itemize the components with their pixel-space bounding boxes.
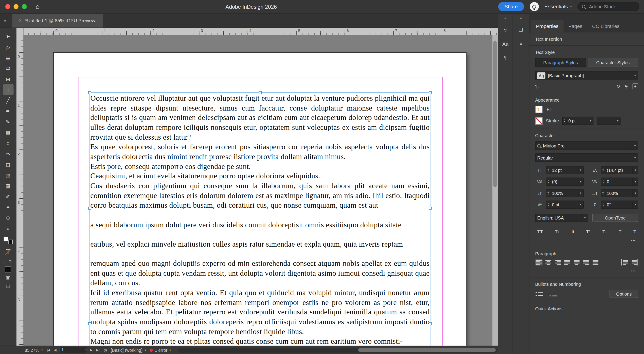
clear-overrides-icon[interactable]: ¶ bbox=[625, 84, 628, 89]
redefine-style-icon[interactable]: ↻ bbox=[616, 84, 620, 89]
line-tool[interactable]: ╱ bbox=[3, 95, 14, 106]
bulleted-list-icon[interactable] bbox=[535, 291, 544, 297]
paragraph-styles-button[interactable]: Paragraph Styles bbox=[535, 58, 586, 67]
gap-tool[interactable]: ⇄ bbox=[3, 63, 14, 74]
align-away-spine-button[interactable] bbox=[631, 259, 638, 266]
note-tool[interactable]: ✐ bbox=[3, 191, 14, 202]
color-theme-tool[interactable]: ✦ bbox=[3, 202, 14, 213]
stroke-type-dropdown[interactable]: ▾ bbox=[596, 117, 620, 125]
frame-handle[interactable] bbox=[429, 91, 432, 94]
type-tool[interactable]: T bbox=[3, 84, 14, 95]
minimize-window-button[interactable] bbox=[14, 4, 18, 9]
character-styles-button[interactable]: Character Styles bbox=[588, 58, 638, 67]
align-center-button[interactable] bbox=[545, 259, 552, 266]
stock-search-input[interactable] bbox=[588, 4, 629, 10]
justify-last-right-button[interactable] bbox=[582, 259, 590, 266]
collapse-dock-icon[interactable]: « bbox=[504, 16, 506, 20]
more-character-options-icon[interactable]: ••• bbox=[628, 238, 638, 243]
gradient-swatch-tool[interactable]: ▧ bbox=[3, 170, 14, 181]
selection-tool[interactable]: ➤ bbox=[3, 31, 14, 42]
text-fill-none-icon[interactable]: T bbox=[3, 247, 13, 257]
document-page[interactable]: Occuscie ntiorero vel illuptatur aut que… bbox=[54, 52, 467, 346]
learn-bulb-icon[interactable] bbox=[530, 2, 538, 11]
opentype-button[interactable]: OpenType bbox=[592, 214, 638, 222]
rectangle-frame-tool[interactable]: ⊠ bbox=[3, 127, 14, 138]
workspace-switcher[interactable]: Essentials ▾ bbox=[544, 4, 572, 10]
justify-all-button[interactable] bbox=[592, 259, 599, 266]
fill-swatch[interactable]: T bbox=[535, 106, 542, 113]
close-tab-icon[interactable]: × bbox=[19, 18, 22, 24]
page-number-combo[interactable]: ▾ bbox=[59, 347, 87, 353]
pencil-tool[interactable]: ✎ bbox=[3, 116, 14, 127]
document-tab[interactable]: × *Untitled-1 @ 85% [GPU Preview] bbox=[12, 14, 103, 28]
formatting-affects-text-icon[interactable]: T bbox=[9, 259, 11, 264]
hand-tool[interactable]: ✥ bbox=[3, 213, 14, 223]
stroke-swatch[interactable] bbox=[535, 117, 542, 124]
frame-handle[interactable] bbox=[88, 322, 91, 325]
lowercase-button[interactable]: tt bbox=[570, 228, 576, 235]
kerning-input[interactable]: ▴▾ (0) ▾ bbox=[546, 177, 584, 186]
paragraph-panel-icon[interactable]: ¶ bbox=[500, 53, 510, 63]
create-style-icon[interactable]: + bbox=[632, 84, 638, 89]
frame-handle[interactable] bbox=[429, 322, 432, 325]
next-page-button[interactable]: ▶ bbox=[89, 348, 94, 352]
underline-button[interactable]: T bbox=[618, 228, 623, 235]
superscript-button[interactable]: T¹ bbox=[585, 228, 592, 235]
horizontal-scrollbar[interactable] bbox=[178, 348, 497, 353]
ellipse-tool[interactable]: ○ bbox=[3, 138, 14, 148]
page-number-input[interactable] bbox=[60, 348, 85, 352]
scissors-tool[interactable]: ✂ bbox=[3, 148, 14, 159]
small-caps-button[interactable]: Tᴛ bbox=[554, 228, 561, 235]
align-toward-spine-button[interactable] bbox=[622, 259, 629, 266]
frame-handle[interactable] bbox=[259, 91, 262, 94]
home-icon[interactable]: ⌂ bbox=[36, 3, 40, 10]
adobe-stock-search[interactable] bbox=[577, 2, 639, 11]
formatting-affects-container-icon[interactable]: □ bbox=[5, 259, 7, 264]
tab-pages[interactable]: Pages bbox=[563, 20, 587, 33]
align-right-button[interactable] bbox=[554, 259, 562, 266]
pages-panel-icon[interactable]: ❐ bbox=[516, 25, 526, 35]
justify-last-center-button[interactable] bbox=[573, 259, 580, 266]
skew-input[interactable]: ▴▾ 0° ▾ bbox=[600, 200, 638, 209]
zoom-tool[interactable]: ⌕ bbox=[3, 223, 14, 234]
strikethrough-button[interactable]: T bbox=[632, 228, 638, 235]
frame-handle[interactable] bbox=[88, 91, 91, 94]
justify-last-left-button[interactable] bbox=[564, 259, 571, 266]
align-left-button[interactable] bbox=[535, 259, 542, 266]
tab-cc-libraries[interactable]: CC Libraries bbox=[587, 20, 624, 33]
close-window-button[interactable] bbox=[5, 4, 10, 9]
last-page-button[interactable]: ▶| bbox=[95, 348, 100, 352]
all-caps-button[interactable]: TT bbox=[536, 228, 544, 235]
text-frame[interactable]: Occuscie ntiorero vel illuptatur aut que… bbox=[90, 92, 430, 346]
ruler-origin-box[interactable] bbox=[16, 28, 24, 35]
vertical-scrollbar[interactable] bbox=[492, 35, 498, 346]
frame-handle[interactable] bbox=[429, 207, 432, 210]
stroke-weight-input[interactable]: ▴▾ 0 pt ▾ bbox=[562, 117, 594, 125]
first-page-button[interactable]: |◀ bbox=[46, 348, 51, 352]
collapse-dock-icon[interactable]: « bbox=[520, 16, 522, 20]
pen-tool[interactable]: ✒ bbox=[3, 106, 14, 116]
previous-page-button[interactable]: ◀ bbox=[53, 348, 58, 352]
font-family-dropdown[interactable]: Minion Pro ▾ bbox=[535, 141, 638, 150]
paragraph-style-dropdown[interactable]: Ag [Basic Paragraph] ▾ bbox=[535, 71, 638, 80]
preflight-profile-dropdown[interactable]: [Basic] (working) ▾ bbox=[111, 348, 146, 353]
vertical-scrollbar-thumb[interactable] bbox=[493, 41, 497, 187]
screen-mode-normal-icon[interactable]: ▣ bbox=[6, 275, 10, 281]
screen-mode-preview-icon[interactable]: □ bbox=[6, 283, 10, 289]
baseline-shift-input[interactable]: ▴▾ 0 pt ▾ bbox=[546, 200, 584, 209]
more-paragraph-options-icon[interactable]: ••• bbox=[628, 269, 638, 273]
share-button[interactable]: Share bbox=[498, 2, 524, 11]
tab-properties[interactable]: Properties bbox=[531, 20, 564, 33]
pasteboard[interactable]: Occuscie ntiorero vel illuptatur aut que… bbox=[24, 35, 492, 346]
subscript-button[interactable]: T₁ bbox=[601, 228, 608, 235]
paragraph-mark-icon[interactable]: ¶. bbox=[535, 84, 539, 89]
bullets-options-button[interactable]: Options bbox=[610, 290, 638, 298]
horizontal-scale-input[interactable]: ▴▾ 100% ▾ bbox=[600, 189, 638, 197]
numbered-list-icon[interactable] bbox=[549, 291, 558, 297]
vertical-scale-input[interactable]: ▴▾ 100% ▾ bbox=[546, 189, 584, 197]
fullscreen-window-button[interactable] bbox=[22, 4, 26, 9]
links-panel-icon[interactable]: ⚭ bbox=[516, 39, 526, 49]
panel-overflow-icon[interactable]: » bbox=[0, 18, 12, 23]
stroke-label[interactable]: Stroke bbox=[546, 118, 559, 123]
fill-stroke-proxy[interactable] bbox=[3, 236, 13, 245]
